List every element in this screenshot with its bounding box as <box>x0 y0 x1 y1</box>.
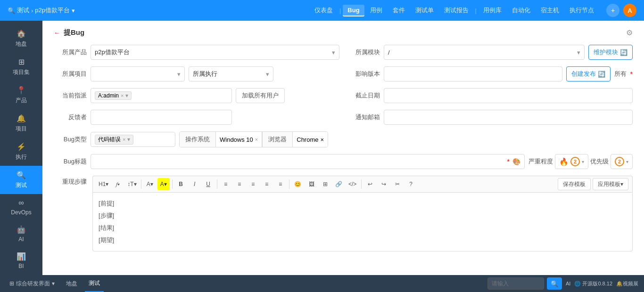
load-users-button[interactable]: 加载所有用户 <box>236 88 285 103</box>
nav-bug[interactable]: Bug <box>343 5 364 16</box>
toolbar-table[interactable]: ⊞ <box>319 178 331 190</box>
bottom-search-input[interactable] <box>487 277 544 290</box>
sidebar-item-devops[interactable]: ∞ DevOps <box>0 194 42 220</box>
avatar[interactable]: A <box>623 4 636 17</box>
toolbar-undo[interactable]: ↩ <box>364 178 376 190</box>
toolbar-code[interactable]: </> <box>347 178 359 190</box>
toolbar-bold[interactable]: B <box>175 178 187 190</box>
bottom-right-items: AI 🌐 开源版0.8.12 🔔视频展 <box>566 280 638 287</box>
sidebar-label-bi: BI <box>18 263 24 269</box>
severity-button[interactable]: 🔥 2 ▾ <box>555 154 588 169</box>
execution-select[interactable]: 所属执行 ▾ <box>189 66 273 81</box>
home-icon: 🏠 <box>17 29 26 38</box>
toolbar-underline[interactable]: U <box>202 178 215 190</box>
nav-dashboard[interactable]: 仪表盘 <box>310 4 338 16</box>
toolbar-sep-1 <box>141 179 141 189</box>
toolbar-bgcolor[interactable]: A▾ <box>157 178 170 190</box>
bug-type-remove-icon[interactable]: × <box>123 137 125 142</box>
nav-testplan[interactable]: 测试单 <box>411 4 438 16</box>
toolbar-ul[interactable]: ≡ <box>274 178 287 190</box>
settings-icon[interactable]: ⚙ <box>626 28 633 37</box>
overview-label: 综合研发界面 <box>16 280 50 288</box>
all-label: 所有 <box>614 70 627 78</box>
sidebar-item-bi[interactable]: 📊 BI <box>0 247 42 274</box>
toolbar-emoji[interactable]: 😊 <box>292 178 304 190</box>
nav-host[interactable]: 宿主机 <box>536 4 564 16</box>
toolbar-help[interactable]: ? <box>405 178 417 190</box>
toolbar-scissors[interactable]: ✂ <box>391 178 404 190</box>
sidebar-item-product[interactable]: 📍 产品 <box>0 81 42 109</box>
sidebar-item-project[interactable]: 🔔 项目 <box>0 109 42 138</box>
toolbar-sep-5 <box>361 179 362 189</box>
priority-button[interactable]: 2 ▾ <box>611 154 633 169</box>
editor-body[interactable]: [前提] [步骤] [结果] [期望] <box>92 192 633 251</box>
toolbar-align-right[interactable]: ≡ <box>247 178 259 190</box>
feedback-input[interactable] <box>91 110 232 125</box>
toolbar-redo[interactable]: ↪ <box>378 178 390 190</box>
toolbar-right: 保存模板 应用模板▾ <box>558 178 628 190</box>
breadcrumb-part2[interactable]: p2p借款平台 <box>35 6 70 15</box>
toolbar-ol[interactable]: ≡ <box>261 178 273 190</box>
browser-remove-icon[interactable]: × <box>321 136 324 143</box>
maintain-module-button[interactable]: 维护模块 🔄 <box>588 45 633 60</box>
content-area: ← 提Bug ⚙ 所属产品 p2p借款平台 ▾ 所属模块 / ▾ <box>42 21 644 275</box>
product-dropdown-icon: ▾ <box>332 49 335 56</box>
add-button[interactable]: + <box>606 4 619 17</box>
dropdown-icon[interactable]: ▾ <box>72 7 75 14</box>
execution-label: 所属执行 <box>193 70 217 78</box>
toolbar-fontcolor[interactable]: A▾ <box>144 178 156 190</box>
priority-label: 优先级 <box>590 157 609 166</box>
bug-title-input[interactable] <box>95 154 504 169</box>
required-star: * <box>630 70 633 78</box>
sidebar-label-devops: DevOps <box>11 209 31 216</box>
toolbar-align-center[interactable]: ≡ <box>233 178 246 190</box>
toolbar-align-left[interactable]: ≡ <box>220 178 232 190</box>
assignee-remove-icon[interactable]: × <box>121 93 124 98</box>
create-release-button[interactable]: 创建发布 🔄 <box>566 66 611 81</box>
severity-dropdown-icon: ▾ <box>582 159 584 164</box>
bottom-tab-dashboard[interactable]: 地盘 <box>62 275 81 292</box>
project-select[interactable]: ▾ <box>91 66 185 81</box>
product-select[interactable]: p2p借款平台 ▾ <box>91 45 339 60</box>
bi-icon: 📊 <box>17 252 26 261</box>
nav-usecase[interactable]: 用例 <box>365 4 387 16</box>
toolbar-textsize[interactable]: ↕T▾ <box>125 178 138 190</box>
sidebar-item-dashboard[interactable]: 🏠 地盘 <box>0 24 42 53</box>
sidebar-label-test: 测试 <box>16 181 27 189</box>
toolbar-formula[interactable]: 𝑓▾ <box>112 178 124 190</box>
editor-line-3: [结果] <box>99 222 627 234</box>
assignee-select[interactable]: A:admin × ▾ <box>91 88 232 103</box>
sidebar-item-test[interactable]: 🔍 测试 <box>0 166 42 194</box>
nav-testreport[interactable]: 测试报告 <box>439 4 473 16</box>
toolbar-image[interactable]: 🖼 <box>305 178 318 190</box>
bottom-tab-test[interactable]: 测试 <box>85 275 104 292</box>
sidebar-item-ai[interactable]: 🤖 AI <box>0 220 42 247</box>
bottom-tab-overview[interactable]: ⊞ 综合研发界面 ▾ <box>6 275 58 292</box>
nav-automation[interactable]: 自动化 <box>507 4 535 16</box>
toolbar-h1[interactable]: H1▾ <box>97 178 110 190</box>
nav-execnode[interactable]: 执行节点 <box>565 4 599 16</box>
browser-label: 浏览器 <box>262 132 293 147</box>
breadcrumb-part1[interactable]: 测试 <box>17 6 29 15</box>
feedback-left: 反馈者 <box>54 110 339 125</box>
nav-caselib[interactable]: 用例库 <box>479 4 506 16</box>
bug-type-tag: 代码错误 × ▾ <box>95 135 133 145</box>
module-select[interactable]: / ▾ <box>384 45 585 60</box>
os-value-tag: Windows 10 × <box>216 132 262 147</box>
sidebar-item-execute[interactable]: ⚡ 执行 <box>0 138 42 166</box>
apply-template-button[interactable]: 应用模板▾ <box>593 178 628 190</box>
sidebar-item-projectset[interactable]: ⊞ 项目集 <box>0 53 42 81</box>
bug-type-select[interactable]: 代码错误 × ▾ <box>91 132 175 147</box>
title-emoji-icon[interactable]: 🎨 <box>512 158 520 165</box>
bottom-search-button[interactable]: 🔍 <box>547 277 562 290</box>
editor-line-4: [期望] <box>99 234 627 246</box>
os-remove-icon[interactable]: × <box>255 137 258 142</box>
notify-email-input[interactable] <box>384 110 633 125</box>
notification-label: 🔔视频展 <box>616 280 638 287</box>
toolbar-italic[interactable]: I <box>189 178 201 190</box>
save-template-button[interactable]: 保存模板 <box>558 178 591 190</box>
toolbar-link[interactable]: 🔗 <box>333 178 345 190</box>
module-right: 所属模块 / ▾ 维护模块 🔄 <box>339 45 633 60</box>
annotation-arrow-1: ← <box>54 29 60 36</box>
nav-suite[interactable]: 套件 <box>388 4 410 16</box>
